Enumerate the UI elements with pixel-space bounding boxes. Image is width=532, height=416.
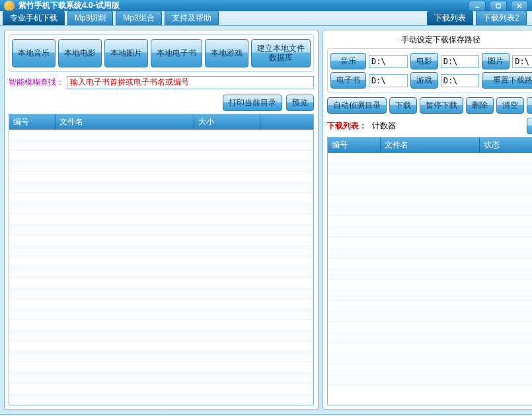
menu-tab[interactable]: Mp3切割 — [67, 11, 113, 25]
column-header[interactable]: 大小 — [194, 114, 260, 130]
table-row[interactable] — [328, 312, 532, 322]
table-row[interactable] — [9, 373, 313, 384]
download-panel: 手动设定下载保存路径 音乐电影图片电子书游戏重置下载路径 自动侦测目录下载暂停下… — [323, 30, 532, 410]
menu-tab[interactable]: 支持及帮助 — [165, 11, 219, 25]
table-row[interactable] — [9, 225, 313, 235]
table-row[interactable] — [328, 322, 532, 333]
local-panel: 本地音乐本地电影本地图片本地电子书本地游戏建立本地文件数据库 智能模糊查找： 打… — [4, 30, 319, 410]
table-row[interactable] — [9, 384, 313, 394]
menu-tab[interactable]: 专业手机下载 — [3, 11, 65, 25]
menubar: 专业手机下载Mp3切割Mp3组合支持及帮助 下载列表下载列表2 — [0, 11, 532, 26]
table-row[interactable] — [328, 375, 532, 386]
path-label-button[interactable]: 电子书 — [330, 72, 366, 89]
table-row[interactable] — [9, 214, 313, 225]
minimize-button[interactable] — [469, 1, 486, 11]
menu-tab[interactable]: 下载列表 — [427, 11, 473, 25]
table-row[interactable] — [9, 267, 313, 278]
toolbar-button[interactable]: 删除 — [466, 97, 494, 114]
table-row[interactable] — [9, 151, 313, 161]
category-button[interactable]: 本地图片 — [104, 39, 148, 67]
table-row[interactable] — [9, 278, 313, 288]
path-input[interactable] — [441, 74, 480, 87]
toolbar-button[interactable]: 下载 — [389, 97, 417, 114]
category-button[interactable]: 本地音乐 — [12, 39, 56, 67]
table-row[interactable] — [9, 246, 313, 257]
path-input[interactable] — [512, 55, 532, 68]
category-button[interactable]: 本地游戏 — [205, 39, 248, 67]
table-row[interactable] — [9, 140, 313, 151]
table-row[interactable] — [9, 204, 313, 214]
preview-button[interactable]: 预览 — [286, 95, 314, 111]
column-header[interactable]: 文件名 — [56, 114, 194, 130]
table-row[interactable] — [9, 183, 313, 193]
table-row[interactable] — [9, 161, 313, 172]
settle-button[interactable]: 结账 — [527, 118, 532, 134]
table-row[interactable] — [328, 227, 532, 237]
table-row[interactable] — [328, 216, 532, 227]
svg-rect-1 — [496, 4, 500, 8]
close-button[interactable] — [511, 1, 528, 11]
table-row[interactable] — [328, 248, 532, 259]
table-row[interactable] — [328, 333, 532, 343]
table-header: 编号文件名状态 — [328, 138, 532, 153]
table-row[interactable] — [328, 174, 532, 185]
path-input[interactable] — [369, 74, 408, 87]
column-header[interactable]: 文件名 — [381, 138, 480, 153]
toolbar-button[interactable]: 暂停下载 — [420, 97, 463, 114]
table-row[interactable] — [328, 206, 532, 216]
table-row[interactable] — [9, 235, 313, 246]
table-row[interactable] — [328, 364, 532, 375]
table-row[interactable] — [328, 163, 532, 174]
table-row[interactable] — [9, 130, 313, 140]
path-input[interactable] — [441, 55, 480, 68]
table-row[interactable] — [9, 394, 313, 405]
table-body[interactable] — [328, 153, 532, 405]
table-row[interactable] — [9, 310, 313, 320]
table-row[interactable] — [328, 280, 532, 290]
toolbar-button[interactable]: 打开 — [527, 97, 532, 114]
table-row[interactable] — [9, 331, 313, 341]
path-label-button[interactable]: 图片 — [482, 53, 510, 69]
path-label-button[interactable]: 游戏 — [410, 72, 438, 89]
table-row[interactable] — [328, 259, 532, 269]
toolbar-button[interactable]: 自动侦测目录 — [327, 97, 387, 114]
path-input[interactable] — [369, 55, 408, 68]
app-icon — [4, 1, 15, 11]
table-row[interactable] — [328, 185, 532, 195]
table-row[interactable] — [328, 354, 532, 364]
table-row[interactable] — [9, 257, 313, 267]
table-row[interactable] — [9, 341, 313, 352]
table-row[interactable] — [9, 172, 313, 183]
category-button[interactable]: 本地电影 — [58, 39, 102, 67]
table-row[interactable] — [9, 288, 313, 299]
table-body[interactable] — [9, 130, 313, 405]
table-row[interactable] — [328, 153, 532, 163]
path-label-button[interactable]: 音乐 — [330, 53, 366, 69]
column-header[interactable]: 编号 — [328, 138, 381, 153]
left-actions: 打印当前目录 预览 — [9, 95, 314, 111]
table-row[interactable] — [9, 362, 313, 373]
table-row[interactable] — [328, 237, 532, 248]
print-dir-button[interactable]: 打印当前目录 — [223, 95, 282, 111]
table-row[interactable] — [328, 269, 532, 280]
category-button[interactable]: 本地电子书 — [151, 39, 202, 67]
table-row[interactable] — [9, 352, 313, 362]
path-grid: 音乐电影图片电子书游戏重置下载路径 — [327, 48, 532, 93]
search-input[interactable] — [67, 76, 314, 89]
table-row[interactable] — [9, 299, 313, 310]
table-row[interactable] — [328, 301, 532, 312]
menu-tab[interactable]: Mp3组合 — [116, 11, 161, 25]
column-header[interactable]: 编号 — [9, 114, 56, 130]
column-header[interactable]: 状态 — [480, 138, 532, 153]
path-label-button[interactable]: 电影 — [410, 53, 438, 69]
table-row[interactable] — [328, 343, 532, 354]
build-db-button[interactable]: 建立本地文件数据库 — [251, 39, 311, 67]
reset-path-button[interactable]: 重置下载路径 — [482, 72, 532, 89]
toolbar-button[interactable]: 清空 — [496, 97, 524, 114]
menu-tab[interactable]: 下载列表2 — [476, 11, 527, 25]
table-row[interactable] — [328, 290, 532, 301]
table-row[interactable] — [9, 320, 313, 331]
table-row[interactable] — [9, 193, 313, 204]
maximize-button[interactable] — [490, 1, 507, 11]
table-row[interactable] — [328, 195, 532, 206]
